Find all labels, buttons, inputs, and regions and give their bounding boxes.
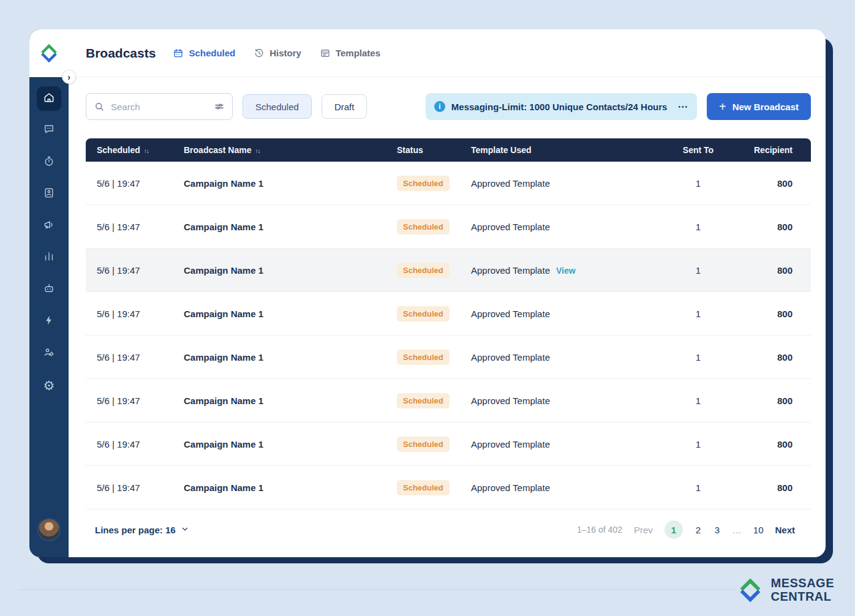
tab-scheduled[interactable]: Scheduled [173,48,235,59]
pagination-range: 1–16 of 402 [577,525,622,535]
cell-sent-to: 1 [661,222,735,232]
search-input[interactable] [110,101,209,113]
cell-sent-to: 1 [661,483,735,493]
page: ⚙ › Broadcasts Scheduled [0,0,855,616]
app-window: ⚙ › Broadcasts Scheduled [29,29,826,557]
status-badge: Scheduled [397,306,450,321]
tab-history-label: History [269,48,301,58]
search-box [86,93,233,120]
status-badge: Scheduled [397,219,450,235]
cell-broadcast-name: Campaign Name 1 [184,439,397,449]
lines-per-page-label: Lines per page: 16 [95,525,176,535]
sidebar-item-chatbot[interactable] [37,277,61,302]
sort-numeric-icon[interactable]: ↑↓ [144,148,149,154]
megaphone-icon [43,219,55,233]
new-broadcast-button[interactable]: + New Broadcast [707,93,811,120]
messaging-limit-banner: i Messaging-Limit: 1000 Unique Contacts/… [426,93,697,120]
table-footer: Lines per page: 16 1–16 of 402 Prev 1 2 … [86,509,811,546]
tab-history[interactable]: History [254,48,301,59]
footer-divider [18,589,736,590]
sidebar: ⚙ [29,29,69,557]
table-row[interactable]: 5/6 | 19:47 Campaign Name 1 Scheduled Ap… [86,162,811,205]
scheduled-calendar-icon [173,48,184,59]
user-avatar[interactable] [37,518,61,541]
chevron-down-icon [181,525,189,535]
pagination-next[interactable]: Next [775,525,795,535]
history-clock-icon [254,48,265,59]
sort-alpha-icon[interactable]: ↑↓ [255,148,260,154]
search-icon [94,101,105,112]
filter-scheduled-button[interactable]: Scheduled [243,94,312,119]
sidebar-expand-button[interactable]: › [62,70,76,84]
pagination: 1–16 of 402 Prev 1 2 3 … 10 Next [577,520,795,539]
sidebar-item-broadcasts[interactable] [37,214,61,238]
cell-broadcast-name: Campaign Name 1 [184,396,397,406]
contacts-icon [43,187,55,201]
column-scheduled[interactable]: Scheduled↑↓ [86,145,184,155]
pagination-page-1[interactable]: 1 [665,520,683,539]
table-row-hovered[interactable]: 5/6 | 19:47 Campaign Name 1 Scheduled Ap… [86,249,811,292]
table-row[interactable]: 5/6 | 19:47 Campaign Name 1 Scheduled Ap… [86,423,811,466]
pagination-page-2[interactable]: 2 [695,525,702,535]
status-badge: Scheduled [397,480,450,495]
cell-broadcast-name: Campaign Name 1 [184,309,397,319]
timer-icon [43,155,55,170]
sidebar-item-home[interactable] [37,86,61,111]
cell-sent-to: 1 [661,439,735,449]
pagination-prev[interactable]: Prev [634,525,653,535]
status-badge: Scheduled [397,350,450,365]
cell-broadcast-name: Campaign Name 1 [184,178,397,189]
header-tabs: Scheduled History Templates [173,48,380,59]
templates-icon [320,48,331,59]
pagination-ellipsis: … [733,525,742,535]
app-header: Broadcasts Scheduled History [69,29,826,77]
sidebar-item-contacts[interactable] [37,182,61,206]
cell-template-used: Approved Template [471,352,661,362]
plus-icon: + [719,100,726,113]
cell-sent-to: 1 [661,309,735,319]
table-row[interactable]: 5/6 | 19:47 Campaign Name 1 Scheduled Ap… [86,292,811,336]
message-central-branding: MESSAGE CENTRAL [736,576,834,604]
sidebar-item-team[interactable] [37,341,61,366]
status-badge: Scheduled [397,263,450,278]
cell-template-used: Approved Template [471,178,661,189]
cell-scheduled: 5/6 | 19:47 [86,483,184,493]
analytics-icon [43,250,55,265]
view-template-link[interactable]: View [556,266,576,276]
cell-scheduled: 5/6 | 19:47 [86,265,184,276]
filter-draft-button[interactable]: Draft [322,94,367,119]
more-options-icon[interactable]: ••• [678,103,688,110]
content-area: Scheduled Draft i Messaging-Limit: 1000 … [69,78,826,557]
table-row[interactable]: 5/6 | 19:47 Campaign Name 1 Scheduled Ap… [86,379,811,423]
cell-recipient: 800 [735,265,811,276]
info-icon: i [434,101,445,112]
column-broadcast-name[interactable]: Broadcast Name↑↓ [184,145,397,155]
cell-recipient: 800 [735,352,811,362]
table-row[interactable]: 5/6 | 19:47 Campaign Name 1 Scheduled Ap… [86,466,811,509]
pagination-page-10[interactable]: 10 [753,525,764,535]
cell-sent-to: 1 [661,178,735,189]
status-badge: Scheduled [397,437,450,452]
cell-scheduled: 5/6 | 19:47 [86,396,184,406]
cell-template-used: Approved Template [471,222,661,232]
sidebar-item-automation[interactable] [37,309,61,334]
pagination-page-3[interactable]: 3 [714,525,721,535]
cell-scheduled: 5/6 | 19:47 [86,352,184,362]
chats-icon [43,123,55,138]
messaging-limit-text: Messaging-Limit: 1000 Unique Contacts/24… [451,102,668,112]
sidebar-item-chats[interactable] [37,118,61,143]
brand-line-2: CENTRAL [770,590,834,604]
gear-icon: ⚙ [43,379,55,392]
filter-sliders-icon[interactable] [214,101,225,112]
cell-scheduled: 5/6 | 19:47 [86,309,184,319]
tab-templates[interactable]: Templates [320,48,380,59]
page-title: Broadcasts [86,46,156,61]
cell-template-used: Approved Template [471,396,661,406]
lines-per-page-dropdown[interactable]: Lines per page: 16 [95,525,189,535]
sidebar-item-analytics[interactable] [37,246,61,270]
tab-templates-label: Templates [336,48,380,58]
table-row[interactable]: 5/6 | 19:47 Campaign Name 1 Scheduled Ap… [86,205,811,249]
sidebar-item-settings[interactable]: ⚙ [37,373,61,397]
sidebar-item-timer[interactable] [37,150,61,175]
table-row[interactable]: 5/6 | 19:47 Campaign Name 1 Scheduled Ap… [86,336,811,379]
